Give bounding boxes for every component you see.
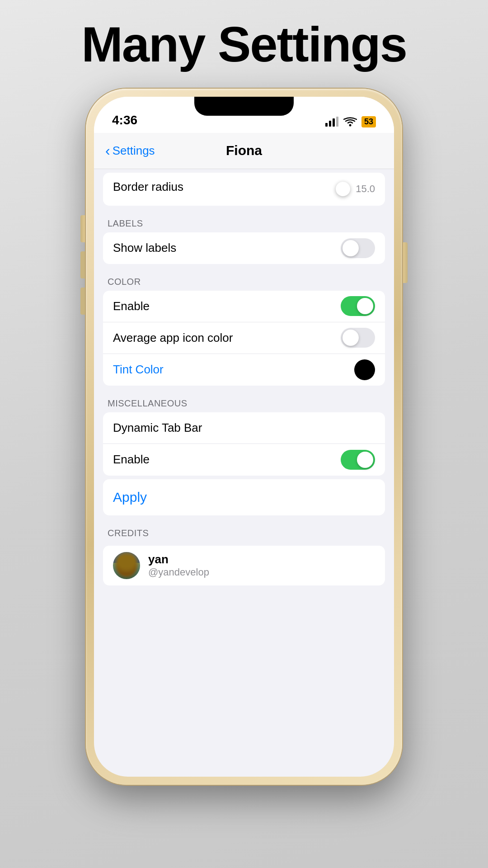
notch: [194, 97, 294, 116]
labels-group: Show labels: [103, 232, 385, 264]
dynamic-tab-bar-row: Dynamic Tab Bar: [103, 412, 385, 444]
signal-icon: [325, 117, 339, 127]
credit-handle: @yandevelop: [148, 566, 209, 578]
status-time: 4:36: [112, 113, 137, 127]
page-title: Many Settings: [0, 18, 488, 71]
border-radius-group: Border radius 15.0: [103, 173, 385, 206]
credits-group: yan @yandevelop: [103, 546, 385, 585]
misc-enable-label: Enable: [113, 453, 150, 467]
misc-enable-toggle[interactable]: [341, 450, 375, 470]
show-labels-toggle[interactable]: [341, 238, 375, 258]
avg-color-row: Average app icon color: [103, 322, 385, 354]
slider-value: 15.0: [350, 183, 375, 195]
status-icons: 53: [325, 116, 376, 127]
color-enable-row: Enable: [103, 291, 385, 322]
nav-back-button[interactable]: ‹ Settings: [105, 142, 155, 159]
apply-group: Apply: [103, 479, 385, 515]
iphone-frame: 4:36 53: [86, 89, 402, 785]
wifi-icon: [343, 117, 357, 127]
avg-color-label: Average app icon color: [113, 331, 233, 345]
color-section-header: COLOR: [94, 268, 394, 291]
battery-badge: 53: [361, 116, 376, 127]
color-group: Enable Average app icon color Tint Color: [103, 291, 385, 386]
status-bar: 4:36 53: [94, 97, 394, 133]
toggle-knob: [343, 330, 359, 346]
toggle-knob: [343, 240, 359, 256]
nav-back-label: Settings: [113, 144, 155, 158]
svg-rect-0: [325, 123, 328, 127]
show-labels-label: Show labels: [113, 241, 176, 255]
slider-thumb[interactable]: [336, 182, 350, 196]
misc-group: Dynamic Tab Bar Enable: [103, 412, 385, 476]
misc-enable-row: Enable: [103, 444, 385, 476]
nav-bar: ‹ Settings Fiona: [94, 133, 394, 169]
toggle-knob: [357, 452, 373, 468]
iphone-screen: 4:36 53: [94, 97, 394, 777]
svg-rect-2: [333, 118, 335, 127]
color-enable-label: Enable: [113, 299, 150, 313]
dynamic-tab-bar-label: Dynamic Tab Bar: [113, 421, 202, 435]
misc-section-header: MISCELLANEOUS: [94, 389, 394, 412]
show-labels-row: Show labels: [103, 232, 385, 264]
color-enable-toggle[interactable]: [341, 296, 375, 316]
scroll-content: Border radius 15.0 LABELS Show labels: [94, 169, 394, 603]
credit-name: yan: [148, 552, 209, 566]
svg-point-4: [349, 124, 351, 127]
credits-section-header: CREDITS: [94, 519, 394, 542]
border-radius-label: Border radius: [113, 180, 183, 194]
avatar-image: [113, 552, 140, 579]
nav-title: Fiona: [226, 143, 262, 158]
toggle-knob: [357, 298, 373, 314]
credit-row: yan @yandevelop: [103, 546, 385, 585]
svg-rect-3: [336, 117, 338, 127]
svg-rect-1: [329, 121, 331, 127]
credit-info: yan @yandevelop: [148, 552, 209, 578]
slider-container[interactable]: 15.0: [343, 183, 375, 195]
labels-section-header: LABELS: [94, 209, 394, 232]
avg-color-toggle[interactable]: [341, 328, 375, 348]
apply-button[interactable]: Apply: [103, 479, 385, 515]
back-arrow-icon: ‹: [105, 142, 110, 159]
border-radius-row: Border radius 15.0: [103, 173, 385, 206]
tint-color-swatch[interactable]: [354, 359, 375, 380]
tint-color-row[interactable]: Tint Color: [103, 354, 385, 386]
avatar: [113, 552, 140, 579]
tint-color-label: Tint Color: [113, 363, 164, 377]
